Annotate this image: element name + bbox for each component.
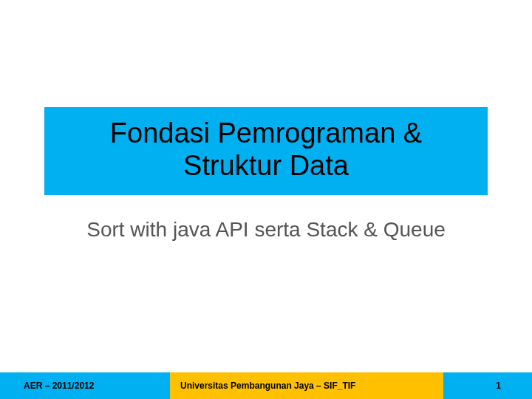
slide-title: Fondasi Pemrograman & Struktur Data [59,117,473,182]
title-block: Fondasi Pemrograman & Struktur Data [44,107,488,195]
slide-subtitle: Sort with java API serta Stack & Queue [44,218,488,242]
footer-page-number: 1 [443,372,532,399]
footer-author: AER – 2011/2012 [0,372,170,399]
slide-footer: AER – 2011/2012 Universitas Pembangunan … [0,372,532,399]
footer-institution: Universitas Pembangunan Jaya – SIF_TIF [170,372,443,399]
